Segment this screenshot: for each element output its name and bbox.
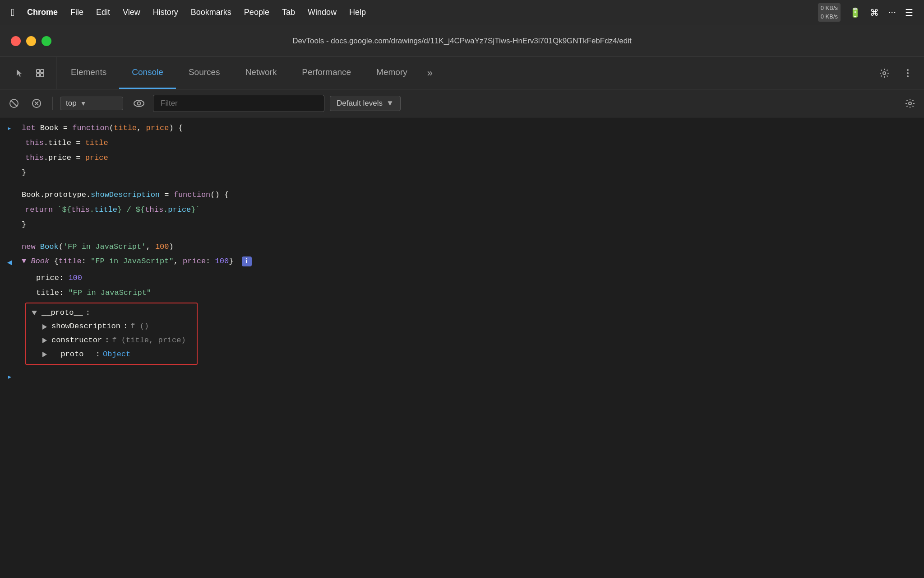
svg-rect-1: [41, 70, 44, 73]
control-center-icon[interactable]: ☰: [905, 7, 913, 18]
context-arrow-icon: ▼: [80, 100, 87, 107]
proto2-expand-icon[interactable]: [42, 352, 47, 357]
prompt-caret: ▸: [7, 370, 12, 384]
constructor-line: constructor: f (title, price): [32, 334, 186, 348]
spacer-2: [0, 233, 924, 240]
menubar-bookmarks[interactable]: Bookmarks: [191, 8, 231, 17]
network-speed: 0 KB/s0 KB/s: [818, 3, 841, 21]
menubar-view[interactable]: View: [123, 8, 140, 17]
output-title-content: title: "FP in JavaScript": [36, 287, 924, 300]
tab-elements[interactable]: Elements: [58, 57, 119, 89]
eye-icon[interactable]: [130, 95, 148, 112]
output-content-1: ▼ Book {title: "FP in JavaScript", price…: [22, 255, 924, 268]
menubar-file[interactable]: File: [70, 8, 83, 17]
devtools-tabs: Elements Console Sources Network Perform…: [0, 57, 924, 89]
tab-memory[interactable]: Memory: [364, 57, 420, 89]
code-line-7: }: [0, 218, 924, 233]
console-toolbar: top ▼ Default levels ▼: [0, 89, 924, 117]
menubar-edit[interactable]: Edit: [96, 8, 110, 17]
svg-rect-0: [37, 70, 40, 73]
svg-point-15: [909, 102, 911, 105]
output-arrow: ◄: [7, 255, 22, 270]
show-desc-line: showDescription: f (): [32, 320, 186, 334]
code-line-1: ▸ let Book = function(title, price) {: [0, 121, 924, 136]
maximize-button[interactable]: [42, 36, 51, 46]
menubar-tab[interactable]: Tab: [282, 8, 295, 17]
show-desc-label: showDescription: [51, 320, 120, 334]
window-bar: DevTools - docs.google.com/drawings/d/11…: [0, 25, 924, 57]
settings-icon[interactable]: [875, 64, 893, 82]
default-levels-button[interactable]: Default levels ▼: [330, 96, 401, 111]
filter-input-wrap: [153, 95, 324, 112]
output-price-line: price: 100: [0, 271, 924, 286]
minimize-button[interactable]: [26, 36, 36, 46]
info-badge: i: [242, 256, 252, 266]
proto-expand-icon[interactable]: [32, 311, 37, 315]
inspect-icon[interactable]: [32, 65, 49, 82]
menubar-help[interactable]: Help: [349, 8, 366, 17]
svg-point-14: [138, 102, 141, 105]
tab-console[interactable]: Console: [119, 57, 176, 89]
code-content-6: return `${this.title} / ${this.price}`: [25, 204, 924, 217]
proto-label: __proto__: [42, 306, 83, 320]
code-line-5: Book.prototype.showDescription = functio…: [0, 188, 924, 203]
code-content-5: Book.prototype.showDescription = functio…: [7, 189, 924, 202]
code-line-4: }: [0, 166, 924, 181]
output-line-1: ◄ ▼ Book {title: "FP in JavaScript", pri…: [0, 254, 924, 271]
wifi-icon: ⌘: [870, 7, 879, 18]
bluetooth-icon: ⋅⋅⋅: [888, 7, 896, 18]
code-content-3: this.price = price: [25, 152, 924, 165]
stop-button[interactable]: [28, 95, 45, 112]
code-content-1: let Book = function(title, price) {: [22, 122, 924, 135]
svg-point-7: [907, 75, 909, 77]
svg-point-6: [907, 72, 909, 74]
menubar-history[interactable]: History: [153, 8, 178, 17]
proto2-line: __proto__: Object: [32, 348, 186, 362]
menubar-right: 0 KB/s0 KB/s 🔋 ⌘ ⋅⋅⋅ ☰: [818, 3, 913, 21]
code-content-8: new Book('FP in JavaScript', 100): [7, 241, 924, 254]
default-levels-label: Default levels: [337, 99, 383, 108]
apple-menu[interactable]: : [11, 7, 14, 19]
menubar-chrome[interactable]: Chrome: [27, 8, 58, 17]
code-content-2: this.title = title: [25, 137, 924, 150]
output-price-content: price: 100: [36, 272, 924, 285]
svg-line-9: [11, 100, 17, 107]
more-options-icon[interactable]: [899, 64, 917, 82]
code-line-6: return `${this.title} / ${this.price}`: [0, 203, 924, 218]
menubar-people[interactable]: People: [244, 8, 269, 17]
devtools-tab-actions: [875, 57, 924, 89]
cursor-icon[interactable]: [11, 65, 28, 82]
proto-label-line: __proto__:: [32, 306, 186, 320]
tab-more[interactable]: »: [420, 57, 440, 89]
svg-point-13: [134, 100, 144, 107]
code-line-3: this.price = price: [0, 151, 924, 166]
context-selector[interactable]: top ▼: [60, 97, 123, 110]
devtools-wrapper: DevTools - docs.google.com/drawings/d/11…: [0, 25, 924, 578]
window-title: DevTools - docs.google.com/drawings/d/11…: [292, 37, 631, 46]
constructor-label: constructor: [51, 334, 102, 348]
console-content: ▸ let Book = function(title, price) { th…: [0, 117, 924, 578]
tab-performance[interactable]: Performance: [289, 57, 364, 89]
toolbar-divider: [52, 97, 53, 110]
code-content-7: }: [7, 219, 924, 232]
svg-point-5: [907, 69, 909, 71]
show-desc-expand-icon[interactable]: [42, 324, 47, 330]
code-content-4: }: [7, 167, 924, 180]
tab-sources[interactable]: Sources: [176, 57, 233, 89]
prompt-line: ▸: [0, 367, 924, 386]
close-button[interactable]: [11, 36, 21, 46]
clear-console-button[interactable]: [5, 95, 23, 112]
constructor-expand-icon[interactable]: [42, 338, 47, 343]
context-value: top: [66, 99, 77, 108]
proto-box-inner: __proto__: showDescription: f () constru…: [25, 303, 198, 365]
output-title-line: title: "FP in JavaScript": [0, 286, 924, 301]
tab-network[interactable]: Network: [233, 57, 290, 89]
menubar:  Chrome File Edit View History Bookmark…: [0, 0, 924, 25]
traffic-lights: [11, 36, 51, 46]
menubar-window[interactable]: Window: [308, 8, 337, 17]
filter-input[interactable]: [153, 95, 324, 112]
spacer-1: [0, 181, 924, 188]
console-settings-icon[interactable]: [901, 95, 919, 112]
svg-rect-3: [41, 74, 44, 77]
levels-arrow-icon: ▼: [386, 99, 394, 108]
